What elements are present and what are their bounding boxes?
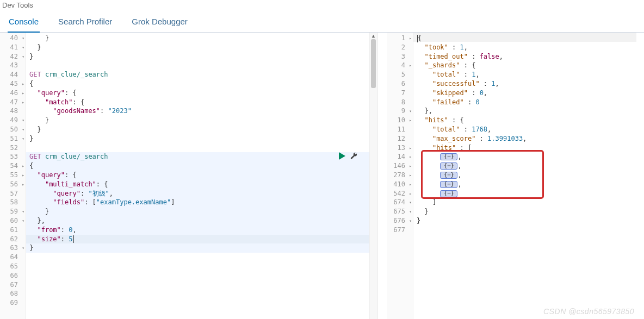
tab-search-profiler[interactable]: Search Profiler [57, 12, 113, 33]
code-token: "hits" [432, 144, 456, 152]
fold-toggle-icon[interactable]: ▾ [22, 116, 24, 126]
collapsed-object-badge[interactable]: {⋯} [440, 153, 457, 160]
code-token: "took" [424, 43, 448, 51]
fold-toggle-icon[interactable]: ▾ [409, 208, 412, 217]
fold-toggle-icon[interactable]: ▾ [22, 217, 24, 226]
request-code[interactable]: } }}GET crm_clue/_search{ "query": { "ma… [26, 33, 369, 319]
code-token: : [460, 71, 472, 78]
code-token: }, [29, 217, 45, 224]
code-token [29, 89, 37, 97]
code-row: "size": 5 [29, 235, 369, 244]
collapsed-object-badge[interactable]: {⋯} [440, 172, 457, 179]
code-token: { [418, 34, 422, 42]
code-row: }, [29, 216, 369, 226]
code-token: "初级" [88, 190, 109, 197]
code-row [29, 298, 369, 308]
fold-toggle-icon[interactable]: ▾ [409, 198, 412, 208]
collapsed-object-badge[interactable]: {⋯} [440, 162, 457, 170]
code-token [417, 171, 440, 179]
code-token [417, 61, 424, 69]
fold-toggle-icon[interactable]: ▸ [409, 180, 412, 190]
request-editor[interactable]: 40▾41▾42▾434445▸46▸47▸4849▾50▾51▾525354▸… [0, 33, 377, 319]
fold-toggle-icon[interactable]: ▸ [409, 116, 412, 126]
code-token: ] [171, 198, 175, 206]
fold-toggle-icon[interactable]: ▸ [22, 98, 24, 108]
code-token: "examType.examName" [96, 198, 171, 206]
code-row: } [29, 43, 369, 52]
code-token [417, 53, 424, 60]
fold-toggle-icon[interactable]: ▸ [409, 190, 412, 199]
line-number: 60▾ [0, 216, 26, 226]
tab-grok-debugger[interactable]: Grok Debugger [131, 12, 189, 33]
code-row: } [29, 134, 369, 143]
code-row: "goodsNames": "2023" [29, 107, 369, 116]
line-number: 66 [0, 271, 26, 280]
code-token: "_shards" [424, 61, 460, 69]
tab-console[interactable]: Console [8, 12, 40, 33]
fold-toggle-icon[interactable]: ▸ [409, 171, 412, 180]
line-number: 7 [387, 89, 413, 98]
code-row [29, 253, 369, 262]
code-row: {⋯} [417, 189, 636, 198]
code-token: : { [96, 180, 108, 188]
code-row: "total" : 1, [417, 70, 636, 79]
code-row: } [417, 216, 636, 226]
response-viewer[interactable]: ⋮ 1▸234▸56789▾10▸111213▸14▸146▸278▸410▸5… [387, 33, 644, 319]
code-token: : [ [84, 198, 96, 206]
line-number: 52 [0, 143, 26, 153]
code-token [417, 162, 440, 170]
line-number: 12 [387, 134, 413, 143]
fold-toggle-icon[interactable]: ▾ [22, 34, 24, 43]
code-token: "multi_match" [45, 180, 96, 188]
fold-toggle-icon[interactable]: ▾ [22, 135, 24, 144]
code-row: "query": { [29, 171, 369, 180]
fold-toggle-icon[interactable]: ▸ [22, 89, 24, 98]
fold-toggle-icon[interactable]: ▸ [22, 171, 24, 180]
fold-toggle-icon[interactable]: ▸ [409, 162, 412, 171]
line-number: 68 [0, 289, 26, 298]
fold-toggle-icon[interactable]: ▾ [22, 244, 24, 253]
line-number: 14▸ [387, 152, 413, 161]
code-token: 1 [491, 80, 495, 87]
scroll-thumb[interactable] [371, 39, 376, 88]
request-scrollbar[interactable]: ▲ [369, 33, 377, 319]
code-token [29, 198, 53, 206]
code-token [29, 226, 37, 234]
code-row [29, 289, 369, 298]
fold-toggle-icon[interactable]: ▸ [409, 61, 412, 71]
fold-toggle-icon[interactable]: ▾ [409, 107, 412, 116]
fold-toggle-icon[interactable]: ▾ [22, 53, 24, 62]
fold-toggle-icon[interactable]: ▸ [22, 162, 24, 171]
fold-toggle-icon[interactable]: ▸ [409, 144, 412, 153]
code-token: } [29, 53, 33, 60]
line-number: 64 [0, 253, 26, 262]
code-row: { [29, 79, 369, 89]
code-token: "goodsNames" [53, 107, 100, 115]
line-number: 51▾ [0, 134, 26, 143]
fold-toggle-icon[interactable]: ▸ [22, 180, 24, 190]
fold-toggle-icon[interactable]: ▸ [409, 34, 412, 43]
code-token: , [457, 162, 461, 170]
code-token: : { [448, 116, 464, 124]
code-token: } [29, 135, 33, 142]
fold-toggle-icon[interactable]: ▸ [409, 153, 412, 162]
code-token: }, [417, 107, 432, 115]
code-token: : [61, 226, 69, 234]
collapsed-object-badge[interactable]: {⋯} [440, 181, 457, 188]
collapsed-object-badge[interactable]: {⋯} [440, 190, 457, 197]
code-row: "failed" : 0 [417, 98, 636, 107]
fold-toggle-icon[interactable]: ▾ [22, 126, 24, 135]
code-row: "max_score" : 1.3991033, [417, 134, 636, 143]
code-token: "from" [37, 226, 60, 234]
code-token [417, 180, 440, 188]
line-number: 59▾ [0, 207, 26, 216]
fold-toggle-icon[interactable]: ▸ [22, 80, 24, 89]
code-token [417, 144, 432, 152]
code-row: } [417, 207, 636, 216]
fold-toggle-icon[interactable]: ▾ [409, 217, 412, 226]
fold-toggle-icon[interactable]: ▾ [22, 208, 24, 217]
code-row [29, 61, 369, 70]
scroll-up-icon[interactable]: ▲ [370, 33, 377, 39]
fold-toggle-icon[interactable]: ▾ [22, 43, 24, 53]
code-token [41, 153, 45, 160]
